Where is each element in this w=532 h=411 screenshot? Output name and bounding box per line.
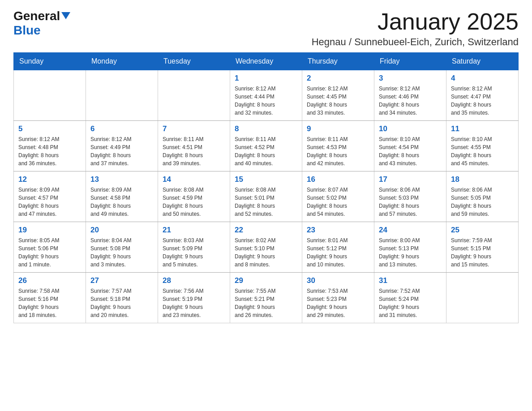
- day-info: Sunrise: 7:57 AM Sunset: 5:18 PM Dayligh…: [90, 287, 153, 319]
- day-info: Sunrise: 8:11 AM Sunset: 4:53 PM Dayligh…: [307, 135, 369, 167]
- calendar-cell: 27Sunrise: 7:57 AM Sunset: 5:18 PM Dayli…: [86, 273, 158, 323]
- day-info: Sunrise: 8:06 AM Sunset: 5:05 PM Dayligh…: [451, 186, 514, 218]
- calendar-header-wednesday: Wednesday: [230, 53, 302, 70]
- calendar-cell: 24Sunrise: 8:00 AM Sunset: 5:13 PM Dayli…: [374, 222, 446, 273]
- day-info: Sunrise: 8:02 AM Sunset: 5:10 PM Dayligh…: [235, 236, 297, 269]
- calendar-cell: 20Sunrise: 8:04 AM Sunset: 5:08 PM Dayli…: [86, 222, 158, 273]
- calendar-cell: 25Sunrise: 7:59 AM Sunset: 5:15 PM Dayli…: [446, 222, 519, 273]
- calendar-cell: 2Sunrise: 8:12 AM Sunset: 4:45 PM Daylig…: [302, 70, 374, 121]
- day-number: 2: [307, 74, 369, 83]
- day-info: Sunrise: 8:09 AM Sunset: 4:57 PM Dayligh…: [18, 186, 81, 218]
- calendar-week-row-4: 19Sunrise: 8:05 AM Sunset: 5:06 PM Dayli…: [14, 222, 519, 273]
- calendar-cell: 19Sunrise: 8:05 AM Sunset: 5:06 PM Dayli…: [14, 222, 86, 273]
- calendar-cell: 3Sunrise: 8:12 AM Sunset: 4:46 PM Daylig…: [374, 70, 446, 121]
- day-info: Sunrise: 8:11 AM Sunset: 4:52 PM Dayligh…: [235, 135, 297, 167]
- day-info: Sunrise: 8:10 AM Sunset: 4:55 PM Dayligh…: [451, 135, 514, 167]
- day-info: Sunrise: 8:12 AM Sunset: 4:44 PM Dayligh…: [235, 85, 297, 117]
- day-number: 27: [90, 276, 153, 285]
- day-info: Sunrise: 8:00 AM Sunset: 5:13 PM Dayligh…: [379, 236, 442, 269]
- calendar-week-row-2: 5Sunrise: 8:12 AM Sunset: 4:48 PM Daylig…: [14, 121, 519, 171]
- calendar-cell: 4Sunrise: 8:12 AM Sunset: 4:47 PM Daylig…: [446, 70, 519, 121]
- day-number: 8: [235, 124, 297, 133]
- day-number: 15: [235, 175, 297, 184]
- calendar-cell: 13Sunrise: 8:09 AM Sunset: 4:58 PM Dayli…: [86, 171, 158, 222]
- calendar-week-row-5: 26Sunrise: 7:58 AM Sunset: 5:16 PM Dayli…: [14, 273, 519, 323]
- calendar-cell: 31Sunrise: 7:52 AM Sunset: 5:24 PM Dayli…: [374, 273, 446, 323]
- calendar-header-row: SundayMondayTuesdayWednesdayThursdayFrid…: [14, 53, 519, 70]
- day-number: 30: [307, 276, 369, 285]
- logo-triangle-icon: [61, 12, 70, 19]
- day-info: Sunrise: 8:05 AM Sunset: 5:06 PM Dayligh…: [18, 236, 81, 269]
- calendar-cell: 11Sunrise: 8:10 AM Sunset: 4:55 PM Dayli…: [446, 121, 519, 171]
- subtitle: Hegnau / Sunnebueel-Eich, Zurich, Switze…: [312, 36, 519, 48]
- day-number: 29: [235, 276, 297, 285]
- calendar-cell: 10Sunrise: 8:10 AM Sunset: 4:54 PM Dayli…: [374, 121, 446, 171]
- day-number: 13: [90, 175, 153, 184]
- day-info: Sunrise: 7:59 AM Sunset: 5:15 PM Dayligh…: [451, 236, 514, 269]
- page-title: January 2025: [312, 9, 519, 34]
- day-number: 23: [307, 226, 369, 235]
- day-number: 26: [18, 276, 81, 285]
- day-number: 31: [379, 276, 442, 285]
- day-info: Sunrise: 8:01 AM Sunset: 5:12 PM Dayligh…: [307, 236, 369, 269]
- day-number: 24: [379, 226, 442, 235]
- day-info: Sunrise: 7:55 AM Sunset: 5:21 PM Dayligh…: [235, 287, 297, 319]
- day-number: 16: [307, 175, 369, 184]
- day-number: 12: [18, 175, 81, 184]
- day-info: Sunrise: 7:56 AM Sunset: 5:19 PM Dayligh…: [163, 287, 225, 319]
- day-number: 9: [307, 124, 369, 133]
- day-info: Sunrise: 8:12 AM Sunset: 4:48 PM Dayligh…: [18, 135, 81, 167]
- day-info: Sunrise: 8:04 AM Sunset: 5:08 PM Dayligh…: [90, 236, 153, 269]
- calendar-cell: [14, 70, 86, 121]
- day-info: Sunrise: 7:58 AM Sunset: 5:16 PM Dayligh…: [18, 287, 81, 319]
- day-info: Sunrise: 8:12 AM Sunset: 4:46 PM Dayligh…: [379, 85, 442, 117]
- calendar-cell: 17Sunrise: 8:06 AM Sunset: 5:03 PM Dayli…: [374, 171, 446, 222]
- day-number: 21: [163, 226, 225, 235]
- calendar-week-row-3: 12Sunrise: 8:09 AM Sunset: 4:57 PM Dayli…: [14, 171, 519, 222]
- day-info: Sunrise: 7:52 AM Sunset: 5:24 PM Dayligh…: [379, 287, 442, 319]
- day-number: 28: [163, 276, 225, 285]
- day-number: 10: [379, 124, 442, 133]
- calendar-header-monday: Monday: [86, 53, 158, 70]
- day-number: 25: [451, 226, 514, 235]
- day-number: 6: [90, 124, 153, 133]
- calendar-cell: 18Sunrise: 8:06 AM Sunset: 5:05 PM Dayli…: [446, 171, 519, 222]
- day-number: 7: [163, 124, 225, 133]
- calendar-cell: 5Sunrise: 8:12 AM Sunset: 4:48 PM Daylig…: [14, 121, 86, 171]
- day-info: Sunrise: 8:07 AM Sunset: 5:02 PM Dayligh…: [307, 186, 369, 218]
- day-number: 5: [18, 124, 81, 133]
- day-number: 14: [163, 175, 225, 184]
- calendar: SundayMondayTuesdayWednesdayThursdayFrid…: [13, 52, 519, 323]
- calendar-cell: 14Sunrise: 8:08 AM Sunset: 4:59 PM Dayli…: [158, 171, 230, 222]
- calendar-cell: 29Sunrise: 7:55 AM Sunset: 5:21 PM Dayli…: [230, 273, 302, 323]
- calendar-cell: 21Sunrise: 8:03 AM Sunset: 5:09 PM Dayli…: [158, 222, 230, 273]
- calendar-cell: 22Sunrise: 8:02 AM Sunset: 5:10 PM Dayli…: [230, 222, 302, 273]
- day-info: Sunrise: 8:12 AM Sunset: 4:49 PM Dayligh…: [90, 135, 153, 167]
- calendar-cell: 12Sunrise: 8:09 AM Sunset: 4:57 PM Dayli…: [14, 171, 86, 222]
- day-info: Sunrise: 8:03 AM Sunset: 5:09 PM Dayligh…: [163, 236, 225, 269]
- calendar-cell: [446, 273, 519, 323]
- day-info: Sunrise: 8:12 AM Sunset: 4:45 PM Dayligh…: [307, 85, 369, 117]
- day-number: 11: [451, 124, 514, 133]
- calendar-header-saturday: Saturday: [446, 53, 519, 70]
- day-number: 22: [235, 226, 297, 235]
- day-info: Sunrise: 8:09 AM Sunset: 4:58 PM Dayligh…: [90, 186, 153, 218]
- calendar-cell: 8Sunrise: 8:11 AM Sunset: 4:52 PM Daylig…: [230, 121, 302, 171]
- calendar-cell: 7Sunrise: 8:11 AM Sunset: 4:51 PM Daylig…: [158, 121, 230, 171]
- day-info: Sunrise: 8:11 AM Sunset: 4:51 PM Dayligh…: [163, 135, 225, 167]
- day-info: Sunrise: 8:06 AM Sunset: 5:03 PM Dayligh…: [379, 186, 442, 218]
- calendar-cell: [86, 70, 158, 121]
- logo: General Blue: [13, 9, 70, 38]
- day-number: 17: [379, 175, 442, 184]
- day-number: 19: [18, 226, 81, 235]
- day-info: Sunrise: 8:10 AM Sunset: 4:54 PM Dayligh…: [379, 135, 442, 167]
- calendar-header-sunday: Sunday: [14, 53, 86, 70]
- day-number: 4: [451, 74, 514, 83]
- day-number: 20: [90, 226, 153, 235]
- calendar-header-friday: Friday: [374, 53, 446, 70]
- calendar-cell: 23Sunrise: 8:01 AM Sunset: 5:12 PM Dayli…: [302, 222, 374, 273]
- calendar-cell: 9Sunrise: 8:11 AM Sunset: 4:53 PM Daylig…: [302, 121, 374, 171]
- calendar-cell: 6Sunrise: 8:12 AM Sunset: 4:49 PM Daylig…: [86, 121, 158, 171]
- calendar-week-row-1: 1Sunrise: 8:12 AM Sunset: 4:44 PM Daylig…: [14, 70, 519, 121]
- calendar-cell: 30Sunrise: 7:53 AM Sunset: 5:23 PM Dayli…: [302, 273, 374, 323]
